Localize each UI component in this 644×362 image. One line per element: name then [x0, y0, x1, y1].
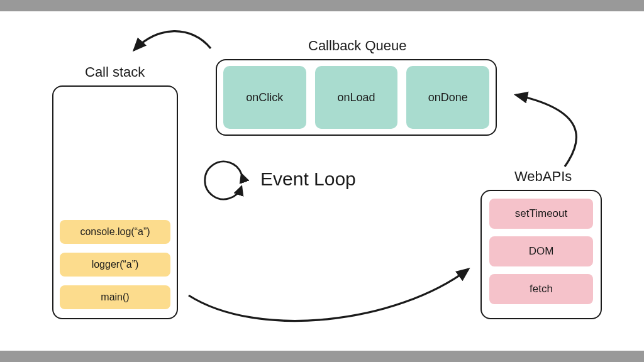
- queue-item: onLoad: [315, 66, 398, 129]
- stack-item: main(): [60, 285, 170, 309]
- api-item: fetch: [489, 274, 593, 304]
- callback-queue-title: Callback Queue: [308, 38, 407, 54]
- arrow-queue-to-stack: [123, 20, 217, 64]
- arrow-stack-to-webapis: [182, 264, 478, 339]
- stack-item: logger(“a”): [60, 253, 170, 277]
- callstack-panel: console.log(“a”) logger(“a”) main(): [52, 85, 178, 319]
- arrow-webapis-to-queue: [503, 79, 597, 173]
- callback-queue-panel: onClick onLoad onDone: [216, 59, 497, 136]
- queue-item: onDone: [406, 66, 489, 129]
- stack-item: console.log(“a”): [60, 220, 170, 244]
- queue-item: onClick: [223, 66, 306, 129]
- top-letterbox-bar: [0, 0, 644, 11]
- webapis-panel: setTimeout DOM fetch: [480, 190, 602, 319]
- event-loop-label: Event Loop: [260, 168, 356, 190]
- bottom-letterbox-bar: [0, 351, 644, 362]
- event-loop-icon: [197, 153, 252, 207]
- api-item: setTimeout: [489, 199, 593, 229]
- callstack-title: Call stack: [85, 64, 145, 80]
- api-item: DOM: [489, 236, 593, 266]
